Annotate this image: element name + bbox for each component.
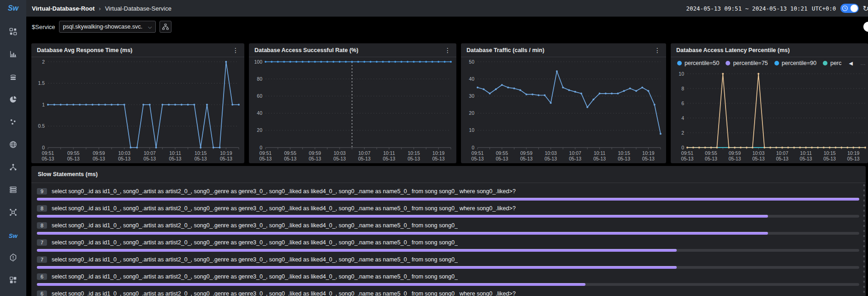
svg-text:10:11: 10:11 xyxy=(594,150,606,156)
skywalking-logo[interactable]: Sw xyxy=(0,0,26,17)
svg-text:10:19: 10:19 xyxy=(220,150,232,156)
duration-bar-track xyxy=(37,249,859,252)
svg-text:05-13: 05-13 xyxy=(776,156,788,161)
timezone-toggle[interactable] xyxy=(840,4,859,13)
svg-text:05-13: 05-13 xyxy=(728,156,741,161)
service-select[interactable]: psql.skywalking-showcase.svc. ⌵ xyxy=(59,21,156,33)
more-menu-icon[interactable]: ⋮ xyxy=(443,47,452,54)
sidebar-item-skywalking[interactable]: Sw xyxy=(0,225,26,247)
slow-statements-title: Slow Statements (ms) xyxy=(31,166,866,183)
scrollbar[interactable] xyxy=(863,184,865,296)
statement-sql-text: select song0_.id as id1_0_, song0_.artis… xyxy=(52,188,516,195)
svg-text:05-13: 05-13 xyxy=(143,156,156,161)
globe-icon xyxy=(9,140,18,151)
svg-text:05-13: 05-13 xyxy=(823,156,836,161)
more-menu-icon[interactable]: ⋮ xyxy=(653,47,661,54)
success-rate-chart[interactable]: 02040608010009:5105-1309:5505-1309:5905-… xyxy=(249,57,456,163)
svg-text:10:03: 10:03 xyxy=(118,150,130,156)
sidebar-item-widgets[interactable] xyxy=(0,270,26,292)
svg-text:6: 6 xyxy=(681,101,684,106)
statement-duration-badge: 9 xyxy=(37,188,47,195)
pie-chart-icon xyxy=(9,95,18,106)
svg-text:50: 50 xyxy=(469,59,474,65)
statement-duration-badge: 7 xyxy=(37,239,47,246)
sidebar-item-globe[interactable] xyxy=(0,134,26,157)
chart-panel-latency-percentile: Database Access Latency Percentile (ms) … xyxy=(671,43,868,163)
sidebar-item-log[interactable] xyxy=(0,179,26,202)
svg-text:40: 40 xyxy=(257,110,262,116)
slow-statement-row[interactable]: 8select song0_.id as id1_0_, song0_.arti… xyxy=(37,221,859,235)
svg-text:05-13: 05-13 xyxy=(93,156,105,161)
breadcrumb-root[interactable]: Virtual-Database-Root xyxy=(32,5,94,12)
app-root: Sw Sw Virtual-Database-Root › Virtual-Da… xyxy=(0,0,868,296)
sidebar-item-database[interactable] xyxy=(0,66,26,89)
svg-text:05-13: 05-13 xyxy=(705,156,717,161)
duration-bar xyxy=(37,249,677,252)
sidebar-item-topology[interactable] xyxy=(0,157,26,179)
svg-text:40: 40 xyxy=(469,76,474,82)
svg-text:05-13: 05-13 xyxy=(496,156,508,161)
svg-text:100: 100 xyxy=(254,59,262,65)
svg-text:10: 10 xyxy=(679,71,684,77)
more-menu-icon[interactable]: ⋮ xyxy=(231,47,240,54)
duration-bar xyxy=(37,283,585,286)
chart-canvas: 024681009:5105-1309:5505-1309:5905-1310:… xyxy=(671,69,868,163)
sidebar-item-alarm[interactable] xyxy=(0,247,26,270)
chart-canvas: 00.511.5209:5105-1309:5505-1309:5905-131… xyxy=(31,57,244,163)
legend-dot-icon xyxy=(677,61,682,65)
traffic-chart[interactable]: 0102030405009:5105-1309:5505-1309:5905-1… xyxy=(461,57,666,163)
sidebar-item-metrics[interactable] xyxy=(0,44,26,66)
statement-sql-text: select song0_.id as id1_0_, song0_.artis… xyxy=(52,205,516,212)
svg-text:10:15: 10:15 xyxy=(824,150,836,156)
svg-text:10:15: 10:15 xyxy=(618,150,630,156)
topology-button[interactable] xyxy=(159,21,171,33)
legend-item[interactable]: percentile=75 xyxy=(726,60,768,66)
legend-item[interactable]: perc xyxy=(823,60,841,66)
slow-statement-row[interactable]: 7select song0_.id as id1_0_, song0_.arti… xyxy=(37,238,859,252)
latency-percentile-chart[interactable]: percentile=50percentile=75percentile=90p… xyxy=(671,57,868,163)
legend-item[interactable]: percentile=90 xyxy=(774,60,816,66)
breadcrumb-current[interactable]: Virtual-Database-Service xyxy=(105,5,171,12)
svg-text:10:07: 10:07 xyxy=(569,150,581,156)
slow-statement-row[interactable]: 6select song0_.id as id1_0_, song0_.arti… xyxy=(37,272,859,286)
sidebar-item-pie[interactable] xyxy=(0,89,26,112)
service-label: $Service xyxy=(32,24,55,30)
slow-statements-panel: Slow Statements (ms) 9select song0_.id a… xyxy=(31,166,866,296)
chart-panel-avg-response-time: Database Avg Response Time (ms) ⋮ 00.511… xyxy=(31,43,244,163)
sidebar-item-scatter[interactable] xyxy=(0,112,26,134)
svg-text:05-13: 05-13 xyxy=(593,156,606,161)
time-range-label[interactable]: 2024-05-13 09:51 ~ 2024-05-13 10:21 xyxy=(686,5,808,12)
sitemap-icon xyxy=(162,23,169,30)
legend-item[interactable]: percentile=50 xyxy=(677,60,719,66)
avg-response-time-chart[interactable]: 00.511.5209:5105-1309:5505-1309:5905-131… xyxy=(31,57,244,163)
bar-chart-icon xyxy=(9,50,18,60)
legend-scroll-left-icon[interactable]: ◀ xyxy=(849,60,853,66)
svg-text:09:55: 09:55 xyxy=(496,150,508,156)
refresh-icon[interactable]: ↻ xyxy=(863,4,868,13)
svg-text:09:55: 09:55 xyxy=(284,150,296,156)
svg-text:10:19: 10:19 xyxy=(847,150,859,156)
floating-button[interactable] xyxy=(863,22,868,32)
svg-text:4: 4 xyxy=(681,115,684,121)
sidebar-nav: Sw xyxy=(0,17,26,292)
svg-text:09:59: 09:59 xyxy=(520,150,532,156)
statement-duration-badge: 8 xyxy=(37,222,47,229)
svg-text:0.5: 0.5 xyxy=(38,123,45,129)
svg-text:05-13: 05-13 xyxy=(681,156,694,161)
duration-bar xyxy=(37,215,768,218)
slow-statement-row[interactable]: 7select song0_.id as id1_0_, song0_.arti… xyxy=(37,255,859,269)
slow-statement-row[interactable]: 9select song0_.id as id1_0_, song0_.arti… xyxy=(37,187,859,201)
legend-dot-icon xyxy=(726,61,730,65)
statement-duration-badge: 7 xyxy=(37,256,47,263)
sidebar-item-network[interactable] xyxy=(0,202,26,225)
svg-text:05-13: 05-13 xyxy=(407,156,420,161)
svg-text:05-13: 05-13 xyxy=(309,156,321,161)
chart-canvas: 02040608010009:5105-1309:5505-1309:5905-… xyxy=(249,57,456,163)
clock-icon xyxy=(842,5,848,12)
sidebar-item-dashboard[interactable] xyxy=(0,21,26,44)
slow-statement-row[interactable]: 8select song0_.id as id1_0_, song0_.arti… xyxy=(37,204,859,218)
slow-statement-row[interactable]: 6select song0_.id as id1_0_, song0_.arti… xyxy=(37,289,859,296)
duration-bar xyxy=(37,266,677,269)
svg-text:09:59: 09:59 xyxy=(729,150,741,156)
svg-text:20: 20 xyxy=(257,127,262,133)
